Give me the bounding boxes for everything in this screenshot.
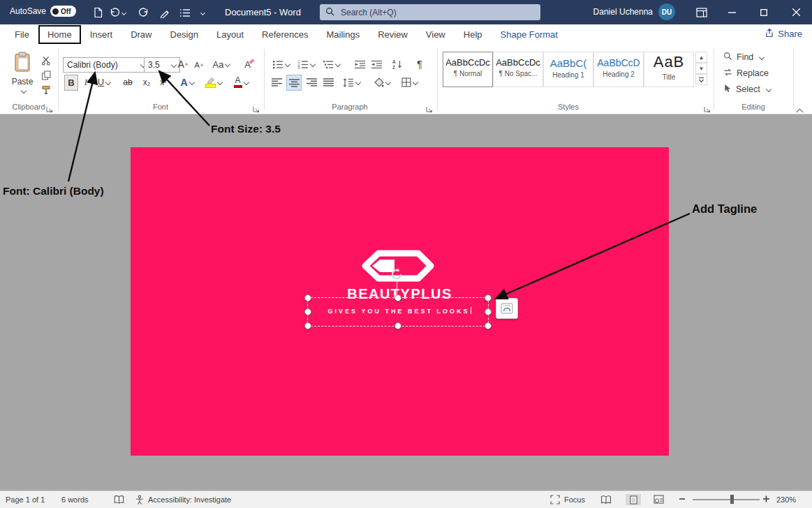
tab-insert[interactable]: Insert (81, 25, 122, 44)
italic-button[interactable]: I (81, 75, 91, 89)
minimize-button[interactable] (716, 0, 748, 24)
font-name-combobox[interactable]: Calibri (Body) (63, 57, 149, 73)
multilevel-list-button[interactable] (321, 57, 341, 71)
style-normal[interactable]: AaBbCcDc ¶ Normal (443, 52, 493, 87)
font-color-button[interactable]: A (230, 75, 251, 89)
zoom-out-icon[interactable] (679, 495, 686, 505)
increase-indent-icon[interactable] (370, 57, 384, 71)
style-heading-1[interactable]: AaBbC( Heading 1 (543, 52, 593, 87)
tab-help[interactable]: Help (455, 25, 492, 44)
superscript-button[interactable]: x² (156, 75, 170, 89)
page-indicator[interactable]: Page 1 of 1 (6, 495, 45, 504)
rotate-handle-icon[interactable] (389, 267, 404, 285)
style-no-spacing[interactable]: AaBbCcDc ¶ No Spac... (493, 52, 543, 87)
find-button[interactable]: Find (723, 50, 764, 64)
zoom-slider-track[interactable] (693, 499, 760, 500)
copy-icon[interactable] (39, 69, 53, 82)
select-button[interactable]: Select (723, 82, 771, 96)
tab-mailings[interactable]: Mailings (318, 25, 369, 44)
selection-handle-bottom-center[interactable] (394, 322, 401, 329)
sort-icon[interactable]: AZ (390, 57, 405, 71)
selection-handle-top-center[interactable] (394, 294, 401, 301)
tab-review[interactable]: Review (369, 25, 417, 44)
tagline-text[interactable]: GIVES YOU THE BEST LOOKS (131, 307, 669, 315)
styles-gallery-more-icon[interactable] (695, 74, 707, 85)
line-spacing-button[interactable] (341, 75, 362, 89)
close-button[interactable] (780, 0, 812, 24)
autosave-toggle[interactable]: AutoSave Off (10, 6, 76, 17)
maximize-button[interactable] (748, 0, 780, 24)
style-heading-2[interactable]: AaBbCcD Heading 2 (593, 52, 644, 87)
subscript-button[interactable]: x₂ (140, 75, 154, 89)
styles-dialog-launcher-icon[interactable] (704, 103, 712, 112)
tab-draw[interactable]: Draw (121, 25, 161, 44)
tab-references[interactable]: References (253, 25, 317, 44)
shrink-font-button[interactable]: A˅ (193, 59, 205, 71)
clear-formatting-button[interactable]: A (242, 57, 257, 71)
qat-redo-icon[interactable] (137, 6, 151, 20)
bullets-button[interactable] (271, 57, 290, 71)
borders-button[interactable] (398, 75, 420, 89)
collapse-ribbon-icon[interactable] (797, 105, 802, 117)
tab-layout[interactable]: Layout (207, 25, 253, 44)
decrease-indent-icon[interactable] (353, 57, 367, 71)
style-title[interactable]: AaB Title (644, 52, 694, 87)
zoom-level[interactable]: 230% (776, 495, 796, 504)
justify-icon[interactable] (321, 75, 335, 89)
zoom-slider-thumb[interactable] (730, 495, 734, 504)
highlight-color-button[interactable] (202, 75, 225, 89)
search-box[interactable] (320, 4, 540, 20)
document-page[interactable]: BEAUTYPLUS GIVES YOU THE BEST LOOKS (131, 147, 669, 456)
align-right-icon[interactable] (304, 75, 318, 89)
tab-shape-format[interactable]: Shape Format (492, 25, 567, 44)
clipboard-dialog-launcher-icon[interactable] (46, 103, 54, 112)
web-layout-icon[interactable] (654, 495, 664, 505)
strikethrough-button[interactable]: ab (120, 75, 135, 89)
tab-view[interactable]: View (417, 25, 455, 44)
align-left-icon[interactable] (270, 75, 283, 89)
search-input[interactable] (339, 7, 510, 18)
numbering-button[interactable]: 123 (296, 57, 316, 71)
window-layout-icon[interactable] (695, 6, 709, 20)
qat-stylus-icon[interactable] (158, 6, 172, 20)
selection-handle-bottom-right[interactable] (485, 322, 492, 329)
underline-button[interactable]: U (95, 75, 113, 89)
focus-button[interactable]: Focus (564, 495, 585, 504)
qat-more-icon[interactable] (198, 6, 206, 20)
align-center-icon[interactable] (286, 75, 302, 91)
word-count[interactable]: 6 words (61, 495, 89, 504)
tab-home[interactable]: Home (38, 25, 81, 44)
read-mode-icon[interactable] (600, 495, 612, 506)
shading-button[interactable] (371, 75, 392, 89)
print-layout-icon[interactable] (626, 494, 641, 505)
replace-button[interactable]: Replace (723, 66, 769, 80)
focus-icon[interactable] (550, 495, 560, 506)
share-button[interactable]: Share (765, 28, 802, 40)
styles-scroll-up-icon[interactable]: ▲ (695, 52, 707, 63)
selection-handle-bottom-left[interactable] (304, 322, 311, 329)
cut-icon[interactable] (39, 54, 53, 67)
qat-save-icon[interactable] (91, 6, 105, 20)
selection-handle-middle-right[interactable] (485, 308, 492, 315)
paste-button[interactable]: Paste (6, 49, 39, 100)
format-painter-icon[interactable] (39, 84, 53, 96)
proofing-icon[interactable] (114, 495, 124, 506)
show-formatting-marks-button[interactable]: ¶ (413, 57, 426, 71)
autosave-state-pill[interactable]: Off (50, 6, 75, 17)
avatar[interactable]: DU (658, 3, 675, 20)
text-effects-button[interactable]: A (177, 75, 197, 89)
qat-list-icon[interactable] (177, 6, 191, 20)
user-name[interactable]: Daniel Uchenna (593, 7, 653, 17)
accessibility-icon[interactable] (135, 495, 145, 507)
selection-handle-top-right[interactable] (485, 294, 492, 301)
grow-font-button[interactable]: A˄ (176, 57, 190, 71)
font-dialog-launcher-icon[interactable] (253, 103, 261, 112)
font-size-combobox[interactable]: 3.5 (144, 57, 180, 73)
layout-options-button[interactable] (496, 298, 518, 319)
selection-handle-top-left[interactable] (304, 294, 311, 301)
selection-handle-middle-left[interactable] (304, 308, 311, 315)
styles-scroll-down-icon[interactable]: ▼ (695, 63, 707, 74)
tab-file[interactable]: File (6, 25, 38, 44)
zoom-in-icon[interactable] (762, 495, 770, 505)
bold-button[interactable]: B (64, 75, 78, 91)
